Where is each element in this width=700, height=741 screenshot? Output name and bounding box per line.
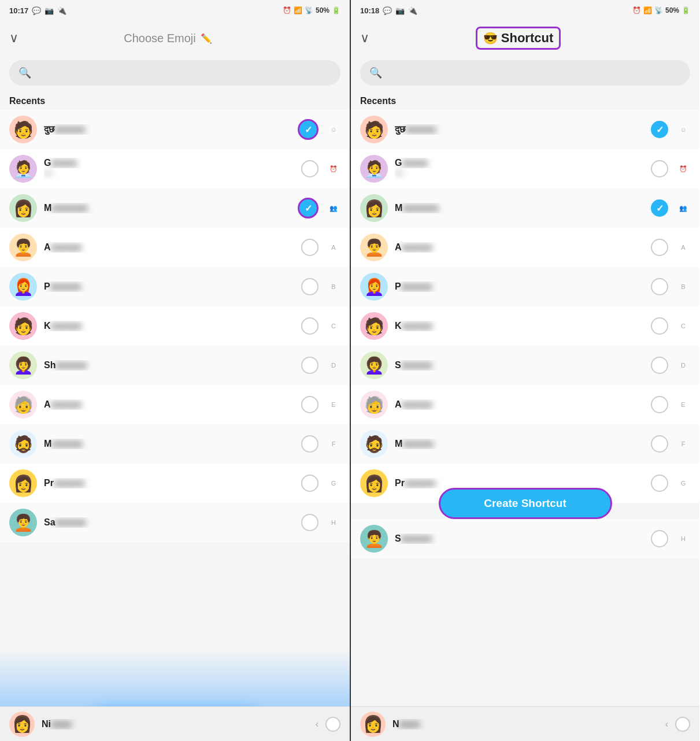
bottom-checkbox-right[interactable] (675, 717, 690, 732)
search-icon-left: 🔍 (18, 66, 31, 79)
avatar-7-right: 👩‍🦱 (360, 351, 388, 379)
contact-name-2-left: Gxxxxx (44, 158, 294, 168)
checkbox-4-right[interactable] (651, 239, 668, 256)
avatar-11-right: 🧑‍🦱 (360, 525, 388, 553)
checkbox-8-left[interactable] (301, 396, 318, 413)
avatar-3-left: 👩 (9, 194, 37, 222)
checkbox-2-left[interactable] (301, 160, 318, 177)
checkbox-9-left[interactable] (301, 435, 318, 453)
status-bar-right: 10:18 💬 📷 🔌 ⏰ 📶 📡 50% 🔋 (351, 0, 699, 21)
checkbox-4-left[interactable] (301, 239, 318, 256)
checkbox-11-left[interactable] (301, 514, 318, 531)
checkbox-7-left[interactable] (301, 357, 318, 374)
alpha-right-3: 👥 (327, 205, 340, 212)
contact-row-10-left[interactable]: 👩 Prxxxxxx G (0, 464, 350, 503)
contact-name-8-left: Axxxxxx (44, 399, 294, 410)
contact-name-10-right: Prxxxxxx (395, 478, 644, 488)
search-bar-right[interactable]: 🔍 (360, 60, 690, 86)
avatar-5-left: 👩‍🦰 (9, 273, 37, 301)
contact-row-4-right[interactable]: 🧑‍🦱 Axxxxxx A (351, 228, 699, 267)
contact-row-5-right[interactable]: 👩‍🦰 Pxxxxxx B (351, 267, 699, 306)
checkbox-3-left[interactable]: ✓ (298, 198, 318, 218)
left-phone-panel: 10:17 💬 📷 🔌 ⏰ 📶 📡 50% 🔋 ∨ Choose Emoji ✏… (0, 0, 350, 741)
contact-row-7-right[interactable]: 👩‍🦱 Sxxxxxx D (351, 346, 699, 385)
checkbox-11-right[interactable] (651, 530, 668, 547)
contact-info-2-right: Gxxxxx दुछ (395, 158, 644, 180)
contact-name-5-right: Pxxxxxx (395, 281, 644, 292)
contact-row-5-left[interactable]: 👩‍🦰 Pxxxxxx B (0, 267, 350, 306)
bottom-checkbox-left[interactable] (325, 717, 340, 732)
contact-info-10-right: Prxxxxxx (395, 478, 644, 488)
checkbox-7-right[interactable] (651, 357, 668, 374)
checkbox-5-right[interactable] (651, 278, 668, 295)
status-time-left: 10:17 💬 📷 🔌 (9, 6, 66, 15)
contact-info-5-left: Pxxxxxx (44, 281, 294, 292)
contact-row-3-left[interactable]: 👩 Mxxxxxxx ✓ 👥 (0, 188, 350, 228)
status-right-right: ⏰ 📶 📡 50% 🔋 (632, 6, 690, 14)
checkbox-3-right[interactable]: ✓ (651, 199, 668, 217)
contact-row-3-right[interactable]: 👩 Mxxxxxxx ✓ 👥 (351, 188, 699, 228)
checkbox-1-left[interactable]: ✓ (298, 119, 318, 140)
contact-name-7-right: Sxxxxxx (395, 360, 644, 370)
alpha-right-4r: A (676, 244, 690, 251)
avatar-1-left: 🧑 (9, 116, 37, 143)
checkbox-10-right[interactable] (651, 475, 668, 492)
contact-info-3-left: Mxxxxxxx (44, 203, 291, 213)
contact-row-9-right[interactable]: 🧔 Mxxxxxx F (351, 424, 699, 464)
contact-info-1-right: दुछxxxxxx (395, 124, 644, 135)
checkbox-10-left[interactable] (301, 475, 318, 492)
contact-name-6-right: Kxxxxxx (395, 321, 644, 331)
right-phone-panel: 10:18 💬 📷 🔌 ⏰ 📶 📡 50% 🔋 ∨ 😎 Shortcut 🔍 (350, 0, 699, 741)
contact-row-1-left[interactable]: 🧑 दुछxxxxxx ✓ ☺ (0, 110, 350, 149)
contact-info-9-left: Mxxxxxx (44, 439, 294, 449)
checkbox-1-right[interactable]: ✓ (651, 121, 668, 138)
contact-row-10-right[interactable]: 👩 Prxxxxxx Create Shortcut G (351, 464, 699, 503)
checkbox-6-right[interactable] (651, 317, 668, 335)
contact-row-2-right[interactable]: 🧑‍💼 Gxxxxx दुछ ⏰ (351, 149, 699, 188)
whatsapp-icon: 💬 (32, 6, 41, 15)
contact-row-11-right[interactable]: 🧑‍🦱 Sxxxxxx H (351, 519, 699, 558)
avatar-8-right: 🧓 (360, 391, 388, 418)
avatar-4-right: 🧑‍🦱 (360, 234, 388, 261)
checkbox-6-left[interactable] (301, 317, 318, 335)
contact-row-9-left[interactable]: 🧔 Mxxxxxx F (0, 424, 350, 464)
nav-title-left: Choose Emoji ✏️ (25, 32, 310, 45)
contact-sub-2-right: दुछ (395, 168, 403, 177)
battery-icon-right: 🔋 (682, 6, 690, 14)
contact-row-6-left[interactable]: 🧑 Kxxxxxx C (0, 306, 350, 346)
alpha-right-11r: H (676, 535, 690, 542)
contact-row-1-right[interactable]: 🧑 दुछxxxxxx ✓ ☺ (351, 110, 699, 149)
contact-row-2-left[interactable]: 🧑‍💼 Gxxxxx दुछ ⏰ (0, 149, 350, 188)
create-shortcut-label: Create Shortcut (484, 497, 566, 510)
section-label-left: Recents (0, 90, 350, 110)
edit-icon-left[interactable]: ✏️ (201, 33, 212, 44)
contact-row-8-left[interactable]: 🧓 Axxxxxx E (0, 385, 350, 424)
back-button-left[interactable]: ∨ (9, 31, 18, 46)
contact-row-11-left[interactable]: 🧑‍🦱 Saxxxxxx H (0, 503, 350, 542)
check-icon-1-right: ✓ (656, 124, 664, 135)
back-button-right[interactable]: ∨ (360, 31, 369, 46)
search-bar-left[interactable]: 🔍 (9, 60, 340, 86)
checkbox-5-left[interactable] (301, 278, 318, 295)
contact-info-4-left: Axxxxxx (44, 242, 294, 253)
contact-row-6-right[interactable]: 🧑 Kxxxxxx C (351, 306, 699, 346)
avatar-9-right: 🧔 (360, 430, 388, 458)
time-right: 10:18 (360, 6, 379, 15)
avatar-3-right: 👩 (360, 194, 388, 222)
contact-info-2-left: Gxxxxx दुछ (44, 158, 294, 180)
bottom-contact-name-right: Nxxxx (392, 719, 522, 729)
checkbox-2-right[interactable] (651, 160, 668, 177)
contact-sub-2-left: दुछ (44, 168, 53, 177)
search-container-right: 🔍 (351, 55, 699, 90)
checkbox-9-right[interactable] (651, 435, 668, 453)
contact-row-4-left[interactable]: 🧑‍🦱 Axxxxxx A (0, 228, 350, 267)
bottom-avatar-left: 👩 (9, 712, 35, 737)
checkbox-8-right[interactable] (651, 396, 668, 413)
contact-row-7-left[interactable]: 👩‍🦱 Shxxxxxx D (0, 346, 350, 385)
battery-left: 50% (316, 6, 329, 14)
contact-name-5-left: Pxxxxxx (44, 281, 294, 292)
create-shortcut-button[interactable]: Create Shortcut (439, 488, 612, 519)
time-left: 10:17 (9, 6, 28, 15)
contact-row-8-right[interactable]: 🧓 Axxxxxx E (351, 385, 699, 424)
contact-info-11-right: Sxxxxxx (395, 533, 644, 544)
